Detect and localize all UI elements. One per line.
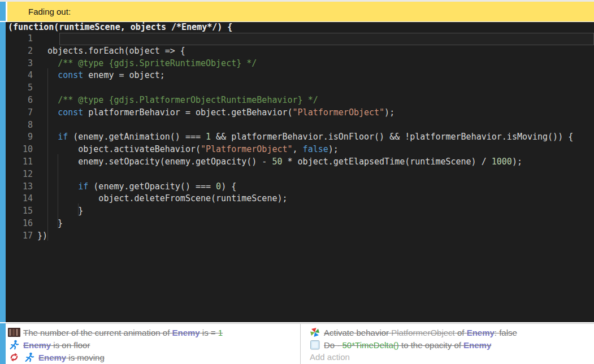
run-icon (8, 340, 20, 350)
action-text: Activate behavior PlatformerObject of En… (324, 328, 517, 337)
line-number: 7 (6, 107, 33, 119)
event-row: The number of the current animation of E… (6, 323, 594, 364)
line-number: 14 (6, 193, 33, 205)
code-line-content: object.activateBehavior("PlatformerObjec… (37, 144, 594, 156)
code-line-5[interactable]: 5 (6, 82, 594, 94)
line-number: 1 (6, 33, 33, 45)
code-line-15[interactable]: 15 } (6, 205, 594, 218)
line-number: 2 (6, 45, 33, 58)
code-line-content: if (enemy.getAnimation() === 1 && platfo… (37, 131, 594, 144)
code-line-content: } (37, 205, 594, 218)
code-line-content (59, 33, 594, 45)
js-code-event[interactable]: (function(runtimeScene, objects /*Enemy*… (6, 22, 594, 322)
code-line-8[interactable]: 8 (6, 119, 594, 132)
line-number: 12 (6, 168, 33, 181)
condition-text: The number of the current animation of E… (23, 328, 223, 337)
line-number: 9 (6, 131, 33, 144)
code-line-content: /** @type {gdjs.PlatformerObjectRuntimeB… (37, 94, 594, 107)
code-line-content: }) (37, 230, 594, 242)
action-row[interactable]: Do - 50*TimeDelta() to the opacity of En… (306, 339, 594, 351)
comment-block[interactable]: Fading out: (7, 2, 594, 21)
action-text: Do - 50*TimeDelta() to the opacity of En… (324, 340, 491, 350)
code-line-11[interactable]: 11 enemy.setOpacity(enemy.getOpacity() -… (6, 156, 594, 168)
code-line-2[interactable]: 2 objects.forEach(object => { (6, 45, 594, 58)
code-line-9[interactable]: 9 if (enemy.getAnimation() === 1 && plat… (6, 131, 594, 144)
code-line-6[interactable]: 6 /** @type {gdjs.PlatformerObjectRuntim… (6, 94, 594, 107)
condition-row[interactable]: Enemy is on floor (6, 339, 300, 351)
condition-row[interactable]: Enemy is moving (6, 351, 300, 363)
code-line-13[interactable]: 13 if (enemy.getOpacity() === 0) { (6, 181, 594, 193)
line-number: 13 (6, 181, 33, 193)
js-code-footer: })(runtimeScene, objects /*Enemy*/); // … (8, 310, 594, 322)
code-line-content: const platformerBehavior = object.getBeh… (37, 107, 594, 119)
line-number: 17 (6, 230, 33, 242)
actions-column: Activate behavior PlatformerObject of En… (301, 324, 594, 364)
line-number: 4 (6, 70, 33, 82)
js-code-header: (function(runtimeScene, objects /*Enemy*… (8, 22, 232, 33)
line-number: 6 (6, 94, 33, 107)
code-line-content: const enemy = object; (37, 70, 594, 82)
animation-icon (8, 327, 20, 337)
code-line-content: object.deleteFromScene(runtimeScene); (37, 193, 594, 205)
code-line-1[interactable]: 1 (6, 33, 594, 45)
event-separator (0, 322, 7, 323)
run-icon (23, 352, 36, 362)
code-line-12[interactable]: 12 (6, 168, 594, 181)
code-line-7[interactable]: 7 const platformerBehavior = object.getB… (6, 107, 594, 119)
invert-icon (8, 352, 20, 362)
line-number: 16 (6, 218, 33, 230)
line-number: 8 (6, 119, 33, 132)
code-line-content: if (enemy.getOpacity() === 0) { (37, 181, 594, 193)
code-line-content (37, 82, 594, 94)
add-action-button[interactable]: Add action (306, 351, 594, 363)
opacity-icon (309, 340, 321, 350)
condition-row[interactable]: The number of the current animation of E… (6, 326, 300, 339)
code-line-16[interactable]: 16 } (6, 218, 594, 230)
line-number: 10 (6, 144, 33, 156)
code-line-3[interactable]: 3 /** @type {gdjs.SpriteRuntimeObject} *… (6, 58, 594, 70)
code-line-17[interactable]: 17}) (6, 230, 594, 242)
code-line-content: enemy.setOpacity(enemy.getOpacity() - 50… (37, 156, 594, 168)
line-number: 15 (6, 205, 33, 218)
code-line-content: /** @type {gdjs.SpriteRuntimeObject} */ (37, 58, 594, 70)
line-number: 3 (6, 58, 33, 70)
event-separator (0, 21, 7, 22)
comment-text: Fading out: (28, 2, 71, 21)
code-line-14[interactable]: 14 object.deleteFromScene(runtimeScene); (6, 193, 594, 205)
line-number: 11 (6, 156, 33, 168)
line-number: 5 (6, 82, 33, 94)
condition-text: Enemy is moving (38, 353, 105, 362)
code-line-content (37, 168, 594, 181)
event-selection-strip (0, 2, 6, 364)
action-row[interactable]: Activate behavior PlatformerObject of En… (306, 326, 594, 339)
code-editor[interactable]: 12 objects.forEach(object => {3 /** @typ… (6, 33, 594, 242)
conditions-column: The number of the current animation of E… (6, 324, 300, 364)
code-line-content (37, 119, 594, 132)
code-line-content: objects.forEach(object => { (37, 45, 594, 58)
code-line-content: } (37, 218, 594, 230)
behavior-icon (309, 327, 321, 337)
code-line-10[interactable]: 10 object.activateBehavior("PlatformerOb… (6, 144, 594, 156)
condition-text: Enemy is on floor (23, 340, 90, 350)
code-line-4[interactable]: 4 const enemy = object; (6, 70, 594, 82)
